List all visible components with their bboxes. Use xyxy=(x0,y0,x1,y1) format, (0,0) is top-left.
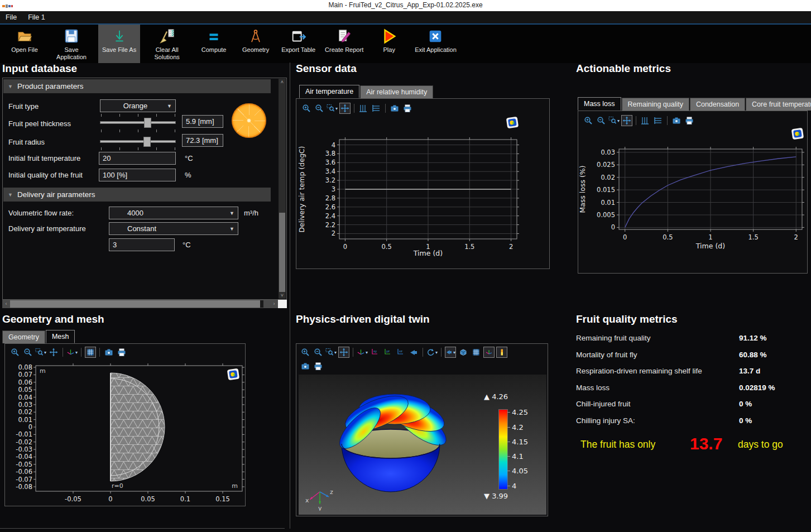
geo-tab-geometry[interactable]: Geometry xyxy=(2,330,45,343)
air-temp-mode-dropdown[interactable]: Constant ▼ xyxy=(109,222,238,235)
export-table-button[interactable]: Export Table xyxy=(277,25,319,63)
metrics-tab-mass-loss[interactable]: Mass loss xyxy=(578,97,621,111)
air-temp-value-input[interactable]: 3 xyxy=(109,238,175,251)
fruit-radius-value[interactable]: 72.3 [mm] xyxy=(182,134,223,147)
initial-quality-input[interactable]: 100 [%] xyxy=(99,169,176,181)
slider-ticks xyxy=(101,147,176,150)
zoom-in-icon[interactable] xyxy=(9,347,21,358)
rotate-icon[interactable]: ▾ xyxy=(426,347,438,358)
zoom-out-icon[interactable] xyxy=(314,103,325,114)
view-xy-icon[interactable]: xy xyxy=(369,347,381,358)
grid-y-icon[interactable] xyxy=(640,115,651,126)
camera-icon[interactable] xyxy=(300,361,311,372)
export-table-icon xyxy=(290,26,307,46)
zoom-out-icon[interactable] xyxy=(313,347,324,358)
fruit-type-dropdown[interactable]: Orange ▼ xyxy=(100,99,176,112)
peel-thickness-value[interactable]: 5.9 [mm] xyxy=(182,115,223,128)
play-button[interactable]: Play xyxy=(369,25,409,63)
fit-icon[interactable] xyxy=(339,103,351,114)
print-icon[interactable] xyxy=(116,347,127,358)
print-icon[interactable] xyxy=(313,361,324,372)
grid-y-icon[interactable] xyxy=(358,103,369,114)
create-report-button[interactable]: Create Report xyxy=(321,25,367,63)
axes-mini-icon[interactable] xyxy=(483,347,495,358)
column-divider xyxy=(290,63,290,529)
view-xz-icon[interactable]: xz xyxy=(395,347,406,358)
sensor-chart-canvas[interactable]: 22.22.42.62.833.23.43.63.8400.511.52Time… xyxy=(296,117,550,269)
grid-x-icon[interactable] xyxy=(652,115,664,126)
geo-tab-mesh[interactable]: Mesh xyxy=(46,330,75,343)
grid-square-icon[interactable] xyxy=(471,347,482,358)
speaker-icon[interactable]: ▾ xyxy=(445,347,456,358)
fit-icon[interactable] xyxy=(48,347,59,358)
metrics-tab-core-fruit-temperature[interactable]: Core fruit temperature xyxy=(746,98,811,111)
zoom-in-icon[interactable] xyxy=(300,347,311,358)
persp-icon[interactable] xyxy=(408,347,419,358)
vertical-scrollbar[interactable]: ˄ ˅ xyxy=(279,79,286,299)
fit-icon[interactable] xyxy=(338,347,349,358)
grid-x-icon[interactable] xyxy=(371,103,382,114)
compute-button[interactable]: Compute xyxy=(194,25,234,63)
horizontal-scrollbar[interactable]: ‹ › xyxy=(2,300,278,308)
menu-file[interactable]: File xyxy=(0,12,22,22)
flow-rate-dropdown[interactable]: 4000 ▼ xyxy=(109,207,238,219)
svg-text:0.5: 0.5 xyxy=(663,233,673,241)
scrollbar-thumb[interactable] xyxy=(279,213,285,292)
open-file-button[interactable]: Open File xyxy=(4,25,45,63)
grid-square-icon[interactable] xyxy=(85,347,96,358)
scrollbar-thumb[interactable] xyxy=(10,300,260,308)
fruit-type-label: Fruit type xyxy=(8,102,39,111)
sensor-tab-air-relative-humidity[interactable]: Air relative humidity xyxy=(360,85,433,98)
slider-handle[interactable] xyxy=(143,137,151,147)
zoom-box-icon[interactable]: ▾ xyxy=(327,103,338,114)
product-parameters-section-header[interactable]: ▼ Product parameters xyxy=(3,79,271,93)
save-application-button[interactable]: Save Application xyxy=(46,25,97,63)
zoom-in-icon[interactable] xyxy=(301,103,312,114)
zoom-in-icon[interactable] xyxy=(583,115,594,126)
exit-application-button[interactable]: Exit Application xyxy=(411,25,460,63)
mass-loss-chart-canvas[interactable]: 00.0050.010.0150.020.0250.0300.511.52Tim… xyxy=(578,130,808,271)
twin-3d-viewport[interactable]: ▲ 4.264.254.24.154.14.054▼ 3.99 x y z xyxy=(299,375,546,515)
svg-text:0.03: 0.03 xyxy=(18,401,32,409)
triad-icon[interactable]: ▾ xyxy=(66,347,78,358)
legend-tick-mark xyxy=(507,427,510,428)
peel-thickness-slider[interactable] xyxy=(100,118,176,127)
svg-text:0: 0 xyxy=(108,495,112,503)
delivery-air-section-header[interactable]: ▼ Delivery air parameters xyxy=(3,188,271,202)
print-icon[interactable] xyxy=(402,103,413,114)
initial-temp-input[interactable]: 20 xyxy=(99,152,176,165)
svg-text:2.4: 2.4 xyxy=(325,212,335,220)
cube-icon[interactable] xyxy=(458,347,469,358)
print-icon[interactable] xyxy=(684,115,695,126)
svg-text:2.2: 2.2 xyxy=(325,221,335,229)
legend-bar-icon[interactable] xyxy=(496,347,507,358)
scroll-left-icon[interactable]: ‹ xyxy=(3,301,9,306)
zoom-box-icon[interactable]: ▾ xyxy=(608,115,620,126)
zoom-out-icon[interactable] xyxy=(596,115,607,126)
sensor-tab-air-temperature[interactable]: Air temperature xyxy=(299,85,359,98)
menu-file-1[interactable]: File 1 xyxy=(22,12,51,22)
camera-icon[interactable] xyxy=(389,103,400,114)
save-file-as-button[interactable]: Save File As xyxy=(98,25,140,63)
create-report-icon xyxy=(336,26,353,46)
camera-icon[interactable] xyxy=(671,115,682,126)
scroll-down-icon[interactable]: ˅ xyxy=(279,293,286,298)
actionable-metrics-title: Actionable metrics xyxy=(576,63,671,75)
fit-icon[interactable] xyxy=(621,115,632,126)
triad-icon[interactable]: ▾ xyxy=(357,347,368,358)
fruit-radius-slider[interactable] xyxy=(100,137,176,146)
clear-all-solutions-button[interactable]: Clear All Solutions xyxy=(142,25,192,63)
slider-handle[interactable] xyxy=(144,118,151,128)
zoom-out-icon[interactable] xyxy=(22,347,33,358)
mesh-plot-canvas[interactable]: 0.080.070.060.050.040.030.020.010-0.01-0… xyxy=(5,361,246,506)
metrics-tab-condensation[interactable]: Condensation xyxy=(690,98,745,111)
geometry-button[interactable]: Geometry xyxy=(236,25,276,63)
view-yz-icon[interactable]: yz xyxy=(382,347,393,358)
zoom-box-icon[interactable]: ▾ xyxy=(35,347,46,358)
camera-icon[interactable] xyxy=(103,347,114,358)
scroll-right-icon[interactable]: › xyxy=(271,301,277,306)
zoom-box-icon[interactable]: ▾ xyxy=(325,347,337,358)
svg-text:0.06: 0.06 xyxy=(18,378,32,386)
scroll-up-icon[interactable]: ˄ xyxy=(279,79,286,85)
metrics-tab-remaining-quality[interactable]: Remaining quality xyxy=(622,98,689,111)
